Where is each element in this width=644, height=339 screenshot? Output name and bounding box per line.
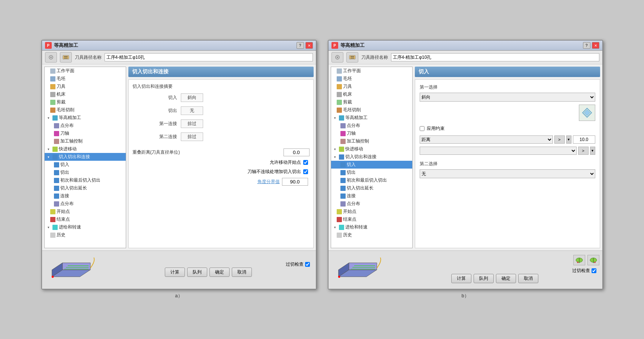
tree-pointdist-a[interactable]: 点分布 [45, 122, 126, 129]
tree-startpt-a[interactable]: 开始点 [45, 208, 126, 215]
confirm-btn-b[interactable]: 确定 [496, 274, 516, 283]
tree-axis-b[interactable]: 刀轴 [331, 129, 412, 137]
toolbar-input-b[interactable] [391, 53, 599, 61]
machine-label-b: 机床 [343, 91, 352, 97]
toolbar-input-a[interactable] [105, 53, 313, 61]
tree-cutout-a[interactable]: 切出 [45, 169, 126, 176]
tree-pointdist2-a[interactable]: 点分布 [45, 200, 126, 208]
cancel-btn-b[interactable]: 取消 [518, 274, 538, 283]
tree-tool-a[interactable]: 刀具 [45, 83, 126, 90]
tree-cutconnect-b[interactable]: ▾ 切入切出和连接 [331, 153, 412, 161]
check2-checkbox-a[interactable] [303, 169, 308, 174]
first-choice-select-b[interactable]: 斜向 [420, 93, 595, 102]
tree-axisctrl-b[interactable]: 加工轴控制 [331, 137, 412, 145]
summary-row-1: 切入 斜向 [132, 93, 310, 102]
tree-extend-a[interactable]: 切入切出延长 [45, 184, 126, 192]
tree-cutout-b[interactable]: 切出 [331, 169, 412, 176]
tree-history-b[interactable]: 历史 [331, 231, 412, 239]
toolbar-icon2-a[interactable] [60, 52, 72, 63]
toolbar-icon1-b[interactable] [331, 52, 343, 63]
tree-startpt-b[interactable]: 开始点 [331, 208, 412, 215]
angle-input-a[interactable] [282, 178, 308, 186]
second-constraint-select-b[interactable] [420, 147, 577, 155]
apply-constraint-cb-b[interactable] [420, 126, 424, 131]
dist-op-drop-b[interactable]: ▼ [566, 135, 571, 144]
buttons-row-b: 计算 队列 确定 取消 [390, 274, 599, 283]
tree-history-a[interactable]: 历史 [45, 231, 126, 239]
tree-contour-a[interactable]: ▾ 等高精加工 [45, 114, 126, 122]
tree-endpt-b[interactable]: 结束点 [331, 215, 412, 223]
overlap-input-a[interactable] [283, 148, 310, 156]
help-btn-b[interactable]: ? [583, 42, 590, 49]
tree-connect-b[interactable]: 连接 [331, 192, 412, 200]
queue-btn-a[interactable]: 队列 [187, 268, 207, 277]
check1-checkbox-a[interactable] [303, 160, 308, 165]
tree-pointdist-b[interactable]: 点分布 [331, 122, 412, 129]
second-choice-select-b[interactable]: 无 [420, 169, 595, 178]
tree-cutin-a[interactable]: 切入 [45, 161, 126, 169]
tree-axis-a[interactable]: 刀轴 [45, 129, 126, 137]
dist-op-btn-b[interactable]: > [554, 135, 565, 144]
trim-label-a: 剪裁 [57, 99, 65, 105]
bottom-icon2-b[interactable] [587, 255, 599, 265]
tree-blank-b[interactable]: 毛坯 [331, 75, 412, 83]
tree-panel-b[interactable]: 工作平面 毛坯 刀具 机床 [331, 67, 413, 248]
tree-contour-b[interactable]: ▾ 等高精加工 [331, 114, 412, 122]
queue-btn-b[interactable]: 队列 [474, 274, 494, 283]
help-btn-a[interactable]: ? [297, 42, 304, 49]
cutconnect-expand-b: ▾ [334, 155, 338, 159]
tree-feed-a[interactable]: ▾ 进给和转速 [45, 223, 126, 231]
tree-machine-a[interactable]: 机床 [45, 90, 126, 98]
tree-endpt-a[interactable]: 结束点 [45, 215, 126, 223]
bottom-icon1-b[interactable] [573, 255, 585, 265]
feed-expand-a: ▾ [48, 226, 51, 229]
tree-extend-b[interactable]: 切入切出延长 [331, 184, 412, 192]
overcut-checkbox-b[interactable] [592, 268, 596, 273]
tree-tool-b[interactable]: 刀具 [331, 83, 412, 90]
diamond-btn-b[interactable] [579, 105, 595, 121]
tree-pointdist2-b[interactable]: 点分布 [331, 200, 412, 208]
summary-value-2: 无 [181, 106, 203, 115]
overcut-checkbox-a[interactable] [305, 262, 310, 267]
overlap-row-a: 重叠距离(刀具直径单位) [132, 148, 310, 156]
tree-firstlast-b[interactable]: 初次和最后切入切出 [331, 176, 412, 184]
toolbar-icon2-b[interactable] [346, 52, 358, 63]
footer-content-b: 过切检查 计算 队列 确定 取消 [390, 255, 599, 285]
tree-connect-a[interactable]: 连接 [45, 192, 126, 200]
toolbar-icon1-a[interactable] [45, 52, 57, 63]
tree-panel-a[interactable]: 工作平面 毛坯 刀具 机床 [44, 67, 126, 248]
second-op-btn-b[interactable]: > [578, 147, 589, 155]
calculate-btn-a[interactable]: 计算 [165, 268, 185, 277]
tree-firstlast-a[interactable]: 初次和最后切入切出 [45, 176, 126, 184]
distance-select-b[interactable]: 距离 [420, 135, 553, 144]
axisctrl-icon-b [340, 139, 346, 144]
tree-workplane-a[interactable]: 工作平面 [45, 67, 126, 75]
second-op-drop-b[interactable]: ▼ [590, 147, 595, 155]
cancel-btn-a[interactable]: 取消 [232, 268, 252, 277]
cutout-label-a: 切出 [60, 169, 69, 176]
tree-axisctrl-a[interactable]: 加工轴控制 [45, 137, 126, 145]
angle-label-a[interactable]: 角度分界值 [257, 179, 280, 185]
calculate-btn-b[interactable]: 计算 [451, 274, 471, 283]
startpt-icon-b [337, 209, 342, 214]
tree-trim-b[interactable]: 剪裁 [331, 98, 412, 106]
confirm-btn-a[interactable]: 确定 [209, 268, 230, 277]
tree-workplane-b[interactable]: 工作平面 [331, 67, 412, 75]
tree-cutconnect-a[interactable]: ▾ 切入切出和连接 [45, 153, 126, 161]
overcut-row-a: 过切检查 [286, 261, 310, 268]
feed-label-a: 进给和转速 [59, 224, 81, 230]
tree-roughcut-a[interactable]: 毛坯切削 [45, 106, 126, 114]
connect-icon-a [54, 194, 59, 199]
tool-icon-a [50, 84, 55, 89]
tree-cutin-b[interactable]: 切入 [331, 161, 412, 169]
tree-roughcut-b[interactable]: 毛坯切削 [331, 106, 412, 114]
tree-rapid-b[interactable]: ▾ 快进移动 [331, 145, 412, 153]
tree-feed-b[interactable]: ▾ 进给和转速 [331, 223, 412, 231]
close-btn-a[interactable]: ✕ [305, 42, 313, 49]
tree-blank-a[interactable]: 毛坯 [45, 75, 126, 83]
tree-rapid-a[interactable]: ▾ 快进移动 [45, 145, 126, 153]
tree-machine-b[interactable]: 机床 [331, 90, 412, 98]
distance-value-b[interactable] [573, 135, 595, 144]
tree-trim-a[interactable]: 剪裁 [45, 98, 126, 106]
close-btn-b[interactable]: ✕ [592, 42, 599, 49]
